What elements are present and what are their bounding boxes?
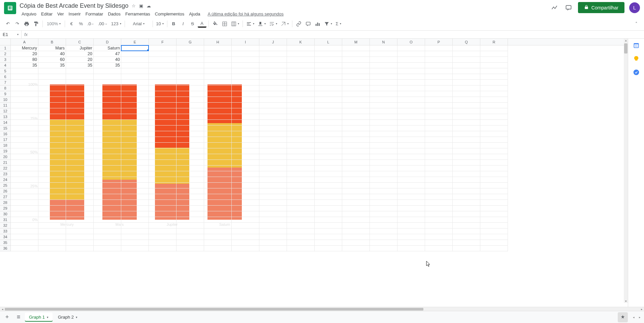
cell[interactable] — [342, 120, 370, 125]
col-header-N[interactable]: N — [370, 39, 397, 45]
cell[interactable] — [66, 217, 94, 223]
cell[interactable] — [149, 148, 176, 154]
cell[interactable] — [259, 246, 287, 251]
cell[interactable] — [204, 51, 232, 57]
cell[interactable] — [176, 217, 204, 223]
cell[interactable] — [232, 246, 259, 251]
cell[interactable] — [370, 68, 397, 74]
cell[interactable]: 60 — [38, 57, 66, 63]
cell[interactable] — [453, 234, 480, 240]
cell[interactable] — [11, 246, 38, 251]
cell[interactable] — [232, 240, 259, 246]
row-header-19[interactable]: 19 — [0, 148, 10, 154]
share-button[interactable]: Compartilhar — [578, 2, 624, 13]
cell[interactable] — [453, 200, 480, 206]
cell[interactable] — [66, 103, 94, 108]
cell[interactable] — [38, 74, 66, 80]
cell[interactable] — [11, 171, 38, 177]
cell[interactable] — [121, 166, 149, 171]
cell[interactable] — [94, 97, 121, 103]
cell[interactable] — [149, 188, 176, 194]
cell[interactable] — [176, 85, 204, 91]
cell[interactable] — [425, 228, 453, 234]
cell[interactable] — [11, 85, 38, 91]
cell[interactable] — [204, 154, 232, 160]
cell[interactable] — [315, 206, 342, 211]
cell[interactable] — [287, 68, 315, 74]
cell[interactable] — [176, 80, 204, 85]
cell[interactable] — [425, 131, 453, 137]
cell[interactable] — [287, 154, 315, 160]
row-header-34[interactable]: 34 — [0, 234, 10, 240]
inc-decimal-button[interactable]: .00→ — [97, 20, 109, 28]
cell[interactable] — [176, 234, 204, 240]
cell[interactable] — [204, 85, 232, 91]
cell[interactable] — [259, 63, 287, 68]
cell[interactable] — [11, 194, 38, 200]
cell[interactable] — [342, 45, 370, 51]
cell[interactable] — [149, 194, 176, 200]
cell[interactable] — [315, 188, 342, 194]
cell[interactable] — [66, 194, 94, 200]
cell[interactable] — [38, 85, 66, 91]
cell[interactable] — [121, 200, 149, 206]
cell[interactable] — [232, 74, 259, 80]
cell[interactable] — [342, 166, 370, 171]
cell[interactable] — [11, 74, 38, 80]
cell[interactable] — [425, 240, 453, 246]
cell[interactable]: Mars — [38, 45, 66, 51]
cell[interactable] — [453, 183, 480, 188]
cell[interactable] — [38, 234, 66, 240]
cell[interactable] — [453, 85, 480, 91]
cell[interactable] — [94, 108, 121, 114]
cell[interactable] — [259, 74, 287, 80]
row-header-31[interactable]: 31 — [0, 217, 10, 223]
cell[interactable] — [397, 120, 425, 125]
cell[interactable] — [315, 160, 342, 166]
text-color-button[interactable]: A — [198, 20, 206, 28]
cell[interactable] — [176, 74, 204, 80]
cell[interactable] — [176, 188, 204, 194]
cell[interactable]: 35 — [38, 63, 66, 68]
cell[interactable] — [94, 120, 121, 125]
row-header-29[interactable]: 29 — [0, 206, 10, 211]
row-header-32[interactable]: 32 — [0, 223, 10, 228]
cell[interactable] — [204, 200, 232, 206]
cell[interactable] — [204, 228, 232, 234]
cell[interactable] — [38, 217, 66, 223]
cell[interactable] — [176, 240, 204, 246]
cell[interactable] — [66, 240, 94, 246]
cell[interactable] — [176, 63, 204, 68]
cell[interactable] — [38, 91, 66, 97]
cell[interactable] — [66, 177, 94, 183]
cell[interactable] — [11, 217, 38, 223]
cell[interactable] — [38, 80, 66, 85]
cell[interactable] — [480, 45, 508, 51]
col-header-B[interactable]: B — [38, 39, 66, 45]
cell[interactable] — [425, 97, 453, 103]
cell[interactable] — [232, 108, 259, 114]
cell[interactable] — [176, 51, 204, 57]
cell[interactable] — [480, 51, 508, 57]
cell[interactable] — [315, 154, 342, 160]
cell[interactable] — [232, 85, 259, 91]
cell[interactable] — [315, 171, 342, 177]
cell[interactable] — [370, 200, 397, 206]
star-icon[interactable]: ☆ — [132, 3, 136, 8]
cell[interactable] — [397, 154, 425, 160]
cell[interactable] — [425, 68, 453, 74]
menu-formatar[interactable]: Formatar — [84, 11, 105, 17]
cell[interactable] — [370, 103, 397, 108]
cell[interactable] — [259, 188, 287, 194]
cell[interactable] — [370, 85, 397, 91]
cell[interactable] — [480, 74, 508, 80]
cell[interactable] — [94, 166, 121, 171]
cell[interactable] — [480, 160, 508, 166]
explore-button[interactable] — [618, 312, 628, 322]
cell[interactable] — [315, 103, 342, 108]
cell[interactable] — [397, 114, 425, 120]
cell[interactable] — [149, 177, 176, 183]
cell[interactable] — [66, 160, 94, 166]
cell[interactable] — [149, 217, 176, 223]
cell[interactable] — [453, 143, 480, 148]
